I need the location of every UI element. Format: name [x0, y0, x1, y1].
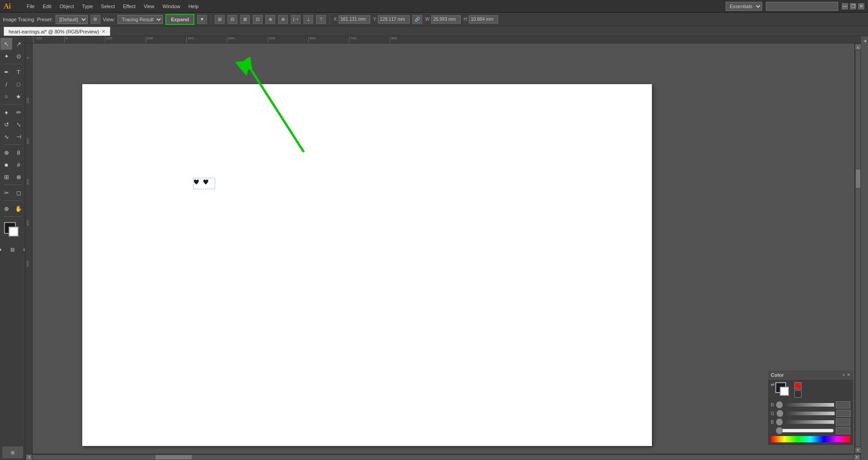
type-tool[interactable]: T [13, 66, 24, 78]
preset-select[interactable]: [Default] [56, 15, 88, 24]
none-fill-button[interactable]: ⊘ [19, 243, 26, 255]
scroll-down-button[interactable]: ▼ [855, 447, 861, 453]
menu-type[interactable]: Type [79, 3, 97, 10]
lasso-tool[interactable]: ⊙ [13, 50, 24, 62]
magic-wand-tool[interactable]: ✦ [0, 50, 12, 62]
line-tool[interactable]: / [0, 78, 12, 90]
color-fill-stroke-preview: ⇄ [771, 382, 850, 398]
scissors-tool[interactable]: ✂ [0, 187, 12, 199]
menu-help[interactable]: Help [185, 3, 203, 10]
g-value-input[interactable] [836, 410, 851, 417]
scale-tool[interactable]: ⤡ [13, 119, 24, 130]
menu-effect[interactable]: Effect [119, 3, 139, 10]
scroll-thumb-v[interactable] [856, 170, 860, 188]
expand-dropdown-button[interactable]: ▼ [197, 15, 207, 24]
rotate-tool[interactable]: ↺ [0, 119, 12, 130]
y-input[interactable]: 129.117 mm [378, 15, 410, 24]
toolbar-sep-1 [4, 64, 22, 64]
gradient-fill-button[interactable]: ▨ [7, 243, 19, 255]
opacity-slider[interactable] [776, 429, 834, 432]
slice-tool[interactable]: ⊗ [13, 171, 24, 183]
color-panel-close[interactable]: ✕ [847, 372, 850, 377]
menu-window[interactable]: Window [159, 3, 184, 10]
artboard-area[interactable] [33, 43, 854, 454]
r-slider[interactable] [776, 403, 834, 407]
pencil-tool[interactable]: ✏ [13, 106, 24, 118]
h-label: H: [463, 17, 468, 22]
zoom-tool[interactable]: ⊕ [0, 203, 12, 214]
star-tool[interactable]: ★ [13, 90, 24, 102]
color-spectrum-bar[interactable] [771, 436, 850, 442]
minimize-button[interactable]: — [842, 3, 848, 9]
dist-h-button[interactable]: |⊣ [291, 15, 301, 24]
b-value-input[interactable] [836, 418, 850, 426]
restore-button[interactable]: ❐ [850, 3, 856, 9]
menu-select[interactable]: Select [97, 3, 118, 10]
workspace-selector[interactable]: Essentials [726, 2, 762, 11]
tab-close-button[interactable]: ✕ [102, 29, 105, 34]
align-right-button[interactable]: ⊠ [240, 15, 250, 24]
ruler-mark: 100 [105, 36, 112, 43]
align-center-h-button[interactable]: ⊟ [227, 15, 237, 24]
g-slider[interactable] [776, 412, 835, 415]
chart-tool[interactable]: ⊞ [0, 171, 12, 183]
align-center-v-button[interactable]: ⊕ [265, 15, 275, 24]
expand-button[interactable]: Expand [165, 14, 194, 25]
h-input[interactable]: 10.884 mm [469, 15, 498, 24]
menu-edit[interactable]: Edit [39, 3, 55, 10]
hand-tool[interactable]: ✋ [13, 203, 24, 214]
right-panel-toggle[interactable]: ◀ [862, 38, 868, 44]
ruler-mark: 200 [146, 36, 153, 43]
align-bottom-button[interactable]: ⊗ [278, 15, 288, 24]
scroll-up-button[interactable]: ▲ [855, 44, 861, 50]
scroll-left-button[interactable]: ◄ [26, 455, 32, 460]
color-button[interactable]: ● [0, 243, 6, 255]
eraser-tool[interactable]: ◻ [13, 187, 24, 199]
gradient-tool[interactable]: ■ [0, 159, 12, 171]
width-tool[interactable]: ⊣ [13, 131, 24, 142]
eyedropper-tool[interactable]: ⊕ [0, 147, 12, 158]
stroke-box[interactable] [9, 227, 19, 237]
artboards-toggle: ⊞ [2, 446, 23, 458]
opacity-row [771, 427, 850, 434]
preset-manage-button[interactable]: ⚙ [90, 15, 100, 24]
document-tab[interactable]: heart-earrings.ai* @ 80% (RGB/Preview) ✕ [4, 27, 110, 36]
vertical-scrollbar[interactable]: ▲ ▼ [854, 43, 861, 454]
rect-tool[interactable]: □ [13, 78, 24, 90]
r-channel-row: R [771, 401, 850, 408]
align-top-button[interactable]: ⊡ [253, 15, 263, 24]
opacity-value-input[interactable] [836, 427, 850, 434]
ellipse-tool[interactable]: ○ [0, 90, 12, 102]
scroll-thumb-h[interactable] [156, 455, 192, 460]
color-panel-collapse[interactable]: « [842, 372, 845, 377]
x-input[interactable]: 161.131 mm [339, 15, 370, 24]
w-input[interactable]: 26.993 mm [431, 15, 461, 24]
pen-tool[interactable]: ✒ [0, 66, 12, 78]
close-button[interactable]: ✕ [858, 3, 864, 9]
selection-tool[interactable]: ↖ [0, 38, 12, 50]
dist-spacing-button[interactable]: ⊤ [316, 15, 326, 24]
align-left-button[interactable]: ⊞ [215, 15, 225, 24]
direct-selection-tool[interactable]: ↗ [13, 38, 24, 50]
heart-earrings-group[interactable] [193, 177, 216, 190]
warp-tool[interactable]: ∿ [0, 131, 12, 142]
view-select[interactable]: Tracing Result [118, 15, 163, 24]
paintbrush-tool[interactable]: ♦ [0, 106, 12, 118]
mesh-tool[interactable]: # [13, 159, 24, 171]
lock-proportions-button[interactable]: 🔗 [412, 15, 422, 24]
blend-tool[interactable]: 8 [13, 147, 24, 158]
horizontal-scrollbar[interactable]: ◄ ► [25, 454, 861, 460]
dist-v-button[interactable]: ⊥ [303, 15, 313, 24]
r-value-input[interactable] [836, 401, 850, 408]
stroke-swatch[interactable] [780, 387, 789, 396]
menu-object[interactable]: Object [56, 3, 78, 10]
color-swap-icon[interactable]: ⇄ [771, 382, 774, 387]
scroll-right-button[interactable]: ► [854, 455, 860, 460]
menu-view[interactable]: View [140, 3, 158, 10]
menu-file[interactable]: File [23, 3, 38, 10]
color-swatch-dark[interactable] [794, 390, 802, 398]
search-input[interactable] [766, 2, 838, 11]
h-input-group: H: 10.884 mm [463, 15, 498, 24]
artboards-button[interactable]: ⊞ [2, 446, 23, 458]
b-slider[interactable] [776, 420, 834, 424]
